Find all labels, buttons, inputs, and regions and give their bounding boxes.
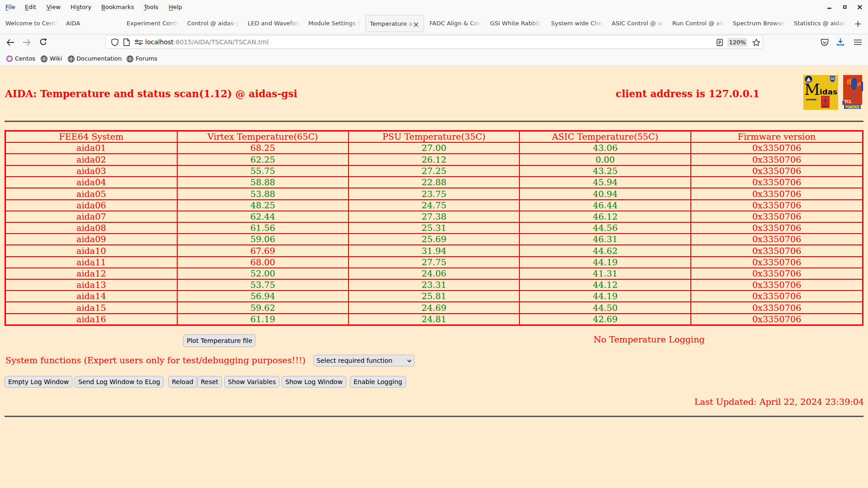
- svg-text:powered by: powered by: [806, 98, 816, 101]
- svg-text:M: M: [804, 80, 820, 99]
- svg-text:idas: idas: [820, 88, 837, 96]
- svg-text:TCL: TCL: [844, 99, 852, 104]
- svg-text:POWERED: POWERED: [845, 105, 860, 109]
